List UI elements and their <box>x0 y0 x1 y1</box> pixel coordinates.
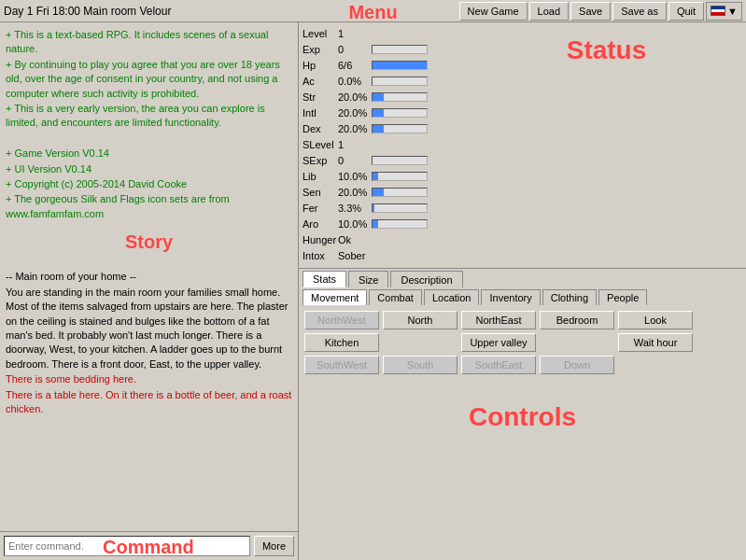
dropdown-arrow: ▼ <box>727 6 738 17</box>
move-btn-down: Down <box>540 356 614 374</box>
stat-bar-container <box>372 61 428 70</box>
stat-bar-container <box>372 108 428 118</box>
stat-row: Ac0.0% <box>303 74 471 89</box>
stat-label: Sen <box>303 187 338 198</box>
stat-value: 1 <box>338 139 372 150</box>
stat-label: Intl <box>303 107 338 119</box>
ctrl-tab-people[interactable]: People <box>598 289 647 305</box>
stat-bar <box>373 173 378 180</box>
move-btn-north[interactable]: North <box>383 311 457 329</box>
story-line: There is some bedding here. <box>6 372 292 386</box>
stat-label: Level <box>303 28 338 39</box>
stat-bar-container <box>372 172 428 181</box>
save-as-button[interactable]: Save as <box>612 2 667 21</box>
stat-label: SExp <box>303 155 338 166</box>
more-button[interactable]: More <box>254 536 294 556</box>
stat-value: Ok <box>338 234 372 245</box>
stat-row: Fer3.3% <box>303 201 471 216</box>
stat-value: 6/6 <box>338 60 372 71</box>
flag-icon <box>711 6 725 16</box>
char-tab-size[interactable]: Size <box>348 271 388 287</box>
stat-row: Exp0 <box>303 42 471 57</box>
stat-value: 0 <box>338 44 372 55</box>
stat-bar <box>373 204 374 212</box>
movement-row: SouthWestSouthSouthEastDown <box>304 356 740 374</box>
ctrl-tab-location[interactable]: Location <box>424 289 480 305</box>
stat-bar-container <box>372 219 428 229</box>
stat-value: 10.0% <box>338 171 372 182</box>
story-line <box>6 132 292 146</box>
stat-value: 20.0% <box>338 107 372 119</box>
ctrl-tab-combat[interactable]: Combat <box>369 289 422 305</box>
char-tabs: StatsSizeDescription <box>299 269 746 287</box>
move-btn-northwest: NorthWest <box>304 311 379 329</box>
stat-row: Hp6/6 <box>303 58 471 73</box>
save-button[interactable]: Save <box>570 2 611 21</box>
stat-label: Intox <box>303 250 338 261</box>
stat-row: Sen20.0% <box>303 185 471 200</box>
char-tab-description[interactable]: Description <box>390 271 462 287</box>
status-label: Status <box>567 35 647 65</box>
stat-label: Hunger <box>303 234 338 245</box>
stat-bar-container <box>372 188 428 197</box>
move-btn-southeast: SouthEast <box>461 356 536 374</box>
ctrl-tab-movement[interactable]: Movement <box>303 289 367 305</box>
story-area: + This is a text-based RPG. It includes … <box>0 22 298 531</box>
title-text: Day 1 Fri 18:00 Main room Velour <box>4 5 457 18</box>
story-lines: + This is a text-based RPG. It includes … <box>6 28 292 221</box>
status-panel: Status <box>471 26 742 264</box>
char-tab-stats[interactable]: Stats <box>303 271 346 287</box>
stat-bar <box>373 220 378 228</box>
stat-value: 20.0% <box>338 187 372 198</box>
stat-row: Aro10.0% <box>303 217 471 231</box>
stat-row: SExp0 <box>303 153 471 168</box>
stat-row: Dex20.0% <box>303 121 471 136</box>
move-btn-northeast[interactable]: NorthEast <box>461 311 536 329</box>
command-input[interactable] <box>4 536 250 556</box>
controls-label: Controls <box>299 402 746 432</box>
move-btn-look[interactable]: Look <box>618 311 693 329</box>
stat-bar-container <box>372 45 428 54</box>
ctrl-tab-inventory[interactable]: Inventory <box>481 289 540 305</box>
stat-value: 0.0% <box>338 76 372 87</box>
stat-label: Ac <box>303 76 338 87</box>
move-btn-south: South <box>383 356 457 374</box>
story-line: -- Main room of your home -- <box>6 270 292 284</box>
new-game-button[interactable]: New Game <box>459 2 528 21</box>
stat-row: Lib10.0% <box>303 169 471 184</box>
stat-value: 10.0% <box>338 218 372 230</box>
story-line: + By continuing to play you agree that y… <box>6 58 292 101</box>
stat-label: Lib <box>303 171 338 182</box>
control-tabs: MovementCombatLocationInventoryClothingP… <box>299 287 746 305</box>
story-line: You are standing in the main room your f… <box>6 286 292 371</box>
story-line: + Game Version V0.14 <box>6 147 292 161</box>
move-btn-kitchen[interactable]: Kitchen <box>304 333 379 352</box>
stat-bar <box>373 125 384 133</box>
story-line: + UI Version V0.14 <box>6 162 292 176</box>
stat-label: Fer <box>303 203 338 214</box>
stat-row: Str20.0% <box>303 90 471 105</box>
story-line: + This is a very early version, the area… <box>6 102 292 131</box>
story-section-label: Story <box>6 229 292 255</box>
movement-grid: NorthWestNorthNorthEastBedroomLookKitche… <box>299 305 746 384</box>
move-btn-upper-valley[interactable]: Upper valley <box>461 333 536 352</box>
stat-bar-container <box>372 156 428 165</box>
move-btn-wait-hour[interactable]: Wait hour <box>618 333 693 352</box>
stat-label: Dex <box>303 123 338 134</box>
language-button[interactable]: ▼ <box>706 2 742 21</box>
stat-value: 0 <box>338 155 372 166</box>
stat-value: 20.0% <box>338 123 372 134</box>
stat-bar-container <box>372 92 428 102</box>
stat-label: Exp <box>303 44 338 55</box>
ctrl-tab-clothing[interactable]: Clothing <box>542 289 597 305</box>
stat-bar <box>373 109 384 117</box>
stats-grid: Level1Exp0Hp6/6Ac0.0%Str20.0%Intl20.0%De… <box>303 26 471 264</box>
movement-row: NorthWestNorthNorthEastBedroomLook <box>304 311 740 329</box>
quit-button[interactable]: Quit <box>669 2 704 21</box>
load-button[interactable]: Load <box>529 2 569 21</box>
move-btn-southwest: SouthWest <box>304 356 379 374</box>
move-btn-bedroom[interactable]: Bedroom <box>540 311 614 329</box>
story-lines: -- Main room of your home --You are stan… <box>6 255 292 416</box>
stat-bar <box>373 189 384 196</box>
stat-value: 20.0% <box>338 91 372 103</box>
